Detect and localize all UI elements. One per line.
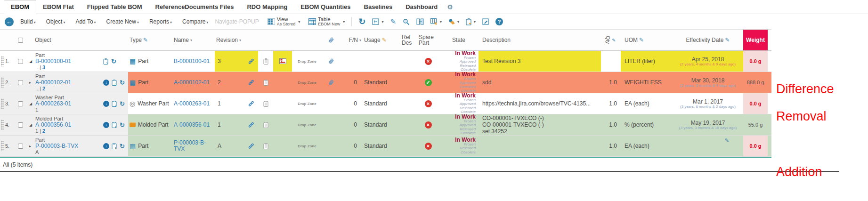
- name-link[interactable]: A-0000263-01: [174, 101, 210, 107]
- swap-panels-icon[interactable]: [416, 18, 424, 25]
- menu-build[interactable]: Build▾: [20, 18, 36, 25]
- row-checkbox[interactable]: [18, 122, 23, 128]
- tab-ebom-flat[interactable]: EBOM Flat: [36, 0, 81, 14]
- edit-pencil-icon[interactable]: ✎: [725, 137, 729, 144]
- document-icon[interactable]: [263, 101, 268, 107]
- edit-icon[interactable]: ✎: [390, 17, 396, 26]
- drag-handle-icon[interactable]: [1, 141, 4, 151]
- drag-handle-icon[interactable]: [1, 77, 4, 88]
- revision-link[interactable]: 2: [42, 86, 45, 91]
- settings-gear-icon[interactable]: ⚙: [444, 3, 456, 14]
- tab-ebom-quantities[interactable]: EBOM Quantities: [294, 0, 357, 14]
- object-link[interactable]: A-0000356-01: [35, 122, 71, 128]
- link-icon[interactable]: [248, 143, 254, 149]
- name-link[interactable]: B-0000100-01: [174, 58, 210, 64]
- drop-zone[interactable]: Drop Zone: [292, 72, 322, 93]
- chevron-down-icon[interactable]: ▾: [298, 20, 300, 24]
- sort-caret-icon[interactable]: ▾: [239, 38, 241, 42]
- sync-icon[interactable]: ↻: [120, 143, 125, 150]
- view-selector[interactable]: ViewAs Stored ▾: [268, 17, 300, 26]
- drop-zone[interactable]: Drop Zone: [292, 51, 322, 72]
- link-icon[interactable]: [248, 101, 254, 107]
- drop-zone[interactable]: Drop Zone: [292, 136, 322, 156]
- expand-caret-icon[interactable]: ▸: [29, 80, 33, 85]
- name-link[interactable]: A-0000356-01: [174, 122, 210, 128]
- float-revision-icon[interactable]: ↓: [103, 122, 109, 128]
- search-icon[interactable]: [403, 18, 410, 25]
- select-all-checkbox[interactable]: [18, 38, 23, 43]
- back-button[interactable]: ←: [5, 17, 14, 26]
- menu-object[interactable]: Object▾: [46, 18, 65, 25]
- object-link[interactable]: P-000003-B-TVX: [35, 143, 78, 149]
- help-icon[interactable]: ?: [495, 18, 503, 25]
- paperclip-icon[interactable]: [328, 58, 334, 64]
- sort-caret-icon[interactable]: ▾: [190, 38, 192, 42]
- clipboard-add-icon[interactable]: [103, 58, 109, 64]
- edit-column-icon[interactable]: ✎: [612, 38, 616, 43]
- sync-icon[interactable]: ↻: [111, 58, 116, 65]
- menu-reports[interactable]: Reports▾: [149, 18, 172, 25]
- menu-add-to[interactable]: Add To▾: [75, 18, 96, 25]
- sort-caret-icon[interactable]: ▾: [359, 38, 361, 42]
- edit-column-icon[interactable]: ✎: [639, 37, 644, 43]
- link-icon[interactable]: [248, 80, 254, 86]
- drop-zone[interactable]: Drop Zone: [292, 114, 322, 135]
- tab-ebom[interactable]: EBOM: [4, 0, 36, 14]
- revision-link[interactable]: 3: [42, 64, 45, 70]
- menu-compare[interactable]: Compare▾: [182, 18, 208, 25]
- tab-dashboard[interactable]: Dashboard: [399, 0, 444, 14]
- share-actions-icon[interactable]: ▾: [448, 18, 459, 25]
- row-checkbox[interactable]: [18, 101, 23, 106]
- link-icon[interactable]: [248, 58, 254, 64]
- document-icon[interactable]: [263, 58, 268, 64]
- clipboard-actions-icon[interactable]: ▾: [466, 18, 476, 25]
- clipboard-add-icon[interactable]: [112, 101, 117, 107]
- table-actions-icon[interactable]: ▾: [430, 18, 442, 25]
- document-icon[interactable]: [263, 80, 268, 86]
- drag-handle-icon[interactable]: [1, 98, 4, 109]
- sync-icon[interactable]: ↻: [120, 79, 125, 86]
- name-link[interactable]: A-0000102-01: [174, 80, 210, 86]
- expand-caret-icon[interactable]: ▸: [29, 144, 33, 148]
- float-revision-icon[interactable]: ↓: [103, 80, 109, 86]
- collapse-caret-icon[interactable]: ◢: [29, 102, 33, 106]
- clipboard-add-icon[interactable]: [112, 143, 117, 149]
- drop-zone[interactable]: Drop Zone: [292, 93, 322, 114]
- document-icon[interactable]: [263, 143, 268, 149]
- collapse-caret-icon[interactable]: ◢: [29, 123, 33, 127]
- sync-icon[interactable]: ↻: [120, 121, 125, 129]
- clipboard-add-icon[interactable]: [112, 122, 117, 128]
- refresh-icon[interactable]: ↻: [358, 18, 365, 25]
- edit-column-icon[interactable]: ✎: [143, 37, 148, 43]
- column-settings-icon[interactable]: ▾: [372, 18, 383, 25]
- description-value[interactable]: https://technia.jira.com/browse/TVC-4135…: [482, 100, 591, 107]
- tab-rdo-mapping[interactable]: RDO Mapping: [240, 0, 294, 14]
- float-revision-icon[interactable]: ↓: [103, 143, 109, 149]
- edit-column-icon[interactable]: ✎: [382, 37, 387, 43]
- tab-flipped-table-bom[interactable]: Flipped Table BOM: [81, 0, 149, 14]
- document-icon[interactable]: [263, 122, 268, 128]
- edit-column-icon[interactable]: ✎: [725, 37, 730, 43]
- collapse-caret-icon[interactable]: ◢: [29, 59, 33, 64]
- tab-baselines[interactable]: Baselines: [357, 0, 399, 14]
- tab-referencedocuments-files[interactable]: ReferenceDocuments Files: [149, 0, 241, 14]
- object-link[interactable]: A-0000263-01: [35, 101, 71, 107]
- sync-icon[interactable]: ↻: [120, 100, 125, 107]
- name-link[interactable]: P-000003-B-TVX: [174, 140, 213, 152]
- clipboard-add-icon[interactable]: [112, 80, 117, 86]
- row-checkbox[interactable]: [18, 59, 23, 64]
- object-link[interactable]: B-0000100-01: [35, 58, 71, 64]
- object-link[interactable]: A-0000102-01: [35, 80, 71, 86]
- revision-link[interactable]: 2: [42, 128, 45, 134]
- row-checkbox[interactable]: [18, 144, 23, 149]
- drag-handle-icon[interactable]: [1, 120, 4, 130]
- link-icon[interactable]: [248, 122, 254, 128]
- row-checkbox[interactable]: [18, 80, 23, 85]
- image-attachment-icon[interactable]: [279, 58, 286, 64]
- table-selector[interactable]: TableEBOM New ▾: [308, 17, 345, 26]
- drag-handle-icon[interactable]: [1, 56, 4, 66]
- chevron-down-icon[interactable]: ▾: [343, 20, 345, 24]
- paperclip-icon[interactable]: [328, 79, 334, 86]
- new-note-icon[interactable]: [482, 18, 489, 25]
- menu-create-new[interactable]: Create New▾: [106, 18, 139, 25]
